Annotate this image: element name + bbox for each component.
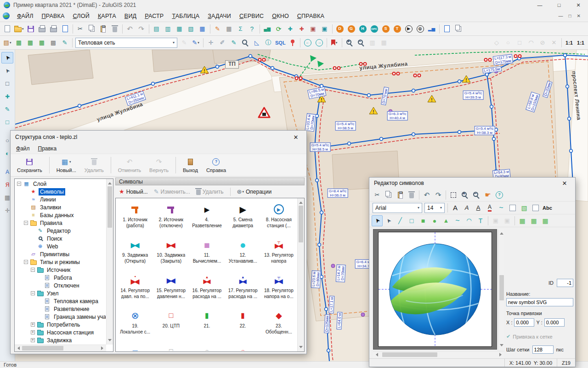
ungroup-tool[interactable]: ▣ bbox=[502, 215, 513, 226]
shape-arc[interactable]: ◠ bbox=[526, 37, 537, 48]
group-tool[interactable]: ▣ bbox=[490, 215, 501, 226]
mdi-minimize-button[interactable]: — bbox=[559, 13, 563, 18]
shape-polygon[interactable]: ◇ bbox=[491, 37, 502, 48]
tree-expander[interactable]: − bbox=[17, 182, 21, 186]
symbol-cell[interactable]: ⊗19.Локальное с... bbox=[117, 306, 153, 342]
symbol-cell[interactable]: ▭ bbox=[117, 342, 153, 351]
view-forward[interactable]: → bbox=[314, 37, 325, 48]
node-select-tool[interactable]: ➤ bbox=[383, 215, 394, 226]
dialog-close-button[interactable]: ✕ bbox=[559, 180, 571, 187]
save-layer-button[interactable]: Сохранить bbox=[13, 155, 46, 176]
layer-edit[interactable]: ▦ bbox=[25, 37, 36, 48]
image-frame[interactable]: ▦ bbox=[540, 215, 551, 226]
pan-hand[interactable]: ☛ bbox=[482, 190, 493, 201]
select-objects[interactable]: ✐ bbox=[217, 37, 228, 48]
menu-item-1[interactable]: Файл bbox=[12, 144, 34, 153]
menu-item-1[interactable]: ФАЙЛ bbox=[13, 11, 38, 21]
pan-tool[interactable]: ✛ bbox=[205, 37, 216, 48]
symbol-cell[interactable]: ▴▶◀16. Регуляторрасхода на ... bbox=[189, 271, 225, 306]
print-preview[interactable] bbox=[48, 23, 59, 34]
redo-button[interactable]: ↷Вернуть bbox=[146, 155, 172, 176]
polygon-tool[interactable]: ▲ bbox=[441, 215, 452, 226]
image-fit[interactable]: ▦ bbox=[528, 215, 539, 226]
dialog-title-bar[interactable]: Редактор символов ✕ bbox=[369, 178, 575, 189]
select-rect-tool[interactable]: □ bbox=[1, 78, 13, 89]
module-dispatcher[interactable]: D bbox=[334, 23, 345, 34]
id-input[interactable] bbox=[557, 279, 573, 287]
tree-expander[interactable]: − bbox=[31, 268, 35, 272]
query-builder[interactable]: ▧ bbox=[186, 23, 197, 34]
delete-item-button[interactable]: Удалить bbox=[81, 155, 107, 176]
dialog-close-button[interactable]: ✕ bbox=[290, 134, 302, 141]
tree-item-21[interactable]: +Задвижка bbox=[15, 336, 106, 344]
menu-item-11[interactable]: СПРАВКА bbox=[293, 11, 328, 21]
line-color-swatch[interactable] bbox=[507, 202, 518, 213]
map-edit[interactable]: ✎ bbox=[59, 37, 70, 48]
layer-transparency[interactable]: ▩ bbox=[48, 37, 59, 48]
snap-checkbox[interactable]: ✔ bbox=[506, 334, 510, 339]
copy[interactable] bbox=[86, 23, 97, 34]
menu-item-7[interactable]: ТАБЛИЦА bbox=[168, 11, 204, 21]
symbol-cell[interactable]: □ bbox=[153, 342, 189, 351]
add-node-teal[interactable]: ✚ bbox=[285, 23, 296, 34]
shape-prohibit[interactable]: ⊘ bbox=[537, 37, 548, 48]
tree-item-18[interactable]: Граница замены участка bbox=[15, 313, 106, 321]
run-calculation[interactable]: ▶ bbox=[403, 23, 414, 34]
new-map-window[interactable] bbox=[441, 23, 452, 34]
symbol-cell[interactable]: □20. ЦТП bbox=[153, 306, 189, 342]
tree-item-8[interactable]: Поиск bbox=[15, 235, 106, 242]
redo[interactable]: ↷ bbox=[433, 190, 444, 201]
object-info[interactable]: ⓘ bbox=[263, 37, 274, 48]
symbol-cell[interactable]: ▶4.Разветвление bbox=[189, 200, 225, 236]
tree-item-19[interactable]: +Потребитель bbox=[15, 321, 106, 328]
tree-item-11[interactable]: −Типы и режимы bbox=[15, 258, 106, 266]
symbol-cell[interactable]: ▶◀9. Задвижка(Открыта) bbox=[117, 236, 153, 271]
help-button[interactable]: ?Справка bbox=[203, 155, 230, 176]
zoom-in[interactable] bbox=[344, 37, 355, 48]
tree-item-14[interactable]: Отключен bbox=[15, 282, 106, 289]
undo-button[interactable]: ↶Отменить bbox=[114, 155, 145, 176]
view-back[interactable]: ← bbox=[302, 37, 313, 48]
symbol-cell[interactable]: ◆23.Обобщенн... bbox=[261, 306, 297, 342]
source-tool[interactable]: ▣ bbox=[308, 23, 319, 34]
help[interactable]: ? bbox=[247, 23, 258, 34]
copy[interactable] bbox=[383, 190, 394, 201]
tree-hscrollbar[interactable] bbox=[15, 345, 106, 351]
curve-tool[interactable]: ~ bbox=[452, 215, 463, 226]
symbol-cell[interactable]: ▶8. Насоснаястанция (... bbox=[261, 200, 297, 236]
symbols-vscrollbar[interactable] bbox=[297, 198, 304, 351]
arc-tool[interactable]: ◠ bbox=[464, 215, 475, 226]
menu-item-6[interactable]: РАСТР bbox=[141, 11, 168, 21]
symbol-new-button[interactable]: ★Новый... bbox=[119, 189, 148, 195]
pages-view[interactable]: ▥ bbox=[367, 37, 378, 48]
layer-visibility[interactable]: ▦ bbox=[36, 37, 47, 48]
symbol-cell[interactable]: ▶◀10. Задвижка(Закрыта) bbox=[153, 236, 189, 271]
measure-tool[interactable]: ◺ bbox=[251, 37, 262, 48]
menu-item-9[interactable]: СЕРВИС bbox=[235, 11, 268, 21]
anchor-y-input[interactable] bbox=[544, 318, 565, 327]
grid-step-input[interactable] bbox=[532, 345, 554, 354]
redo[interactable]: ↷ bbox=[136, 23, 147, 34]
paste[interactable] bbox=[395, 190, 406, 201]
tree-item-6[interactable]: −Правила bbox=[15, 219, 106, 227]
marquee-select[interactable] bbox=[448, 190, 459, 201]
module-telemetry[interactable]: T bbox=[392, 23, 403, 34]
menu-item-8[interactable]: ЗАДАЧИ bbox=[204, 11, 235, 21]
close-button[interactable]: ✕ bbox=[569, 0, 588, 10]
module-graphs[interactable]: G bbox=[346, 23, 357, 34]
sql-query[interactable]: SQL bbox=[274, 37, 287, 48]
geo-locate[interactable] bbox=[287, 37, 298, 48]
symbol-edit-button[interactable]: ✎Изменить... bbox=[154, 189, 190, 195]
select-area-tool[interactable]: □ bbox=[1, 116, 13, 128]
statistics[interactable]: Σ bbox=[235, 23, 246, 34]
copy-map[interactable] bbox=[453, 23, 464, 34]
roundrect-tool[interactable]: ■ bbox=[418, 215, 429, 226]
symbol-operations-button[interactable]: ⊛▾Операции bbox=[237, 189, 272, 195]
rect-tool[interactable]: □ bbox=[406, 215, 417, 226]
insert-image[interactable]: ▦ bbox=[517, 215, 528, 226]
tree-expander[interactable]: − bbox=[24, 260, 28, 264]
tree-item-5[interactable]: ≡Базы данных bbox=[15, 211, 106, 219]
symbol-cell[interactable]: ○ bbox=[225, 342, 261, 351]
layer-new[interactable]: ▦ bbox=[13, 37, 24, 48]
open-layer[interactable]: ▾ bbox=[13, 23, 25, 34]
